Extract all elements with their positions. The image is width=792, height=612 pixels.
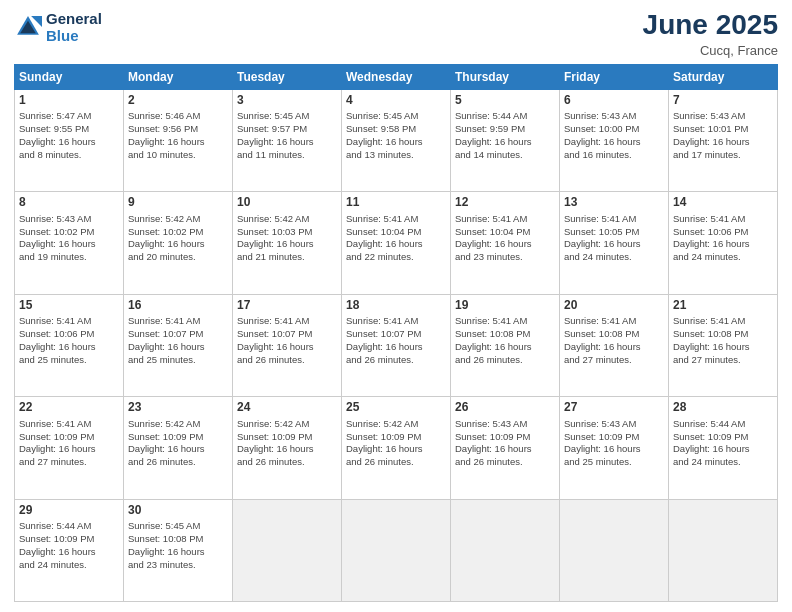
day-number: 20 [564, 298, 664, 314]
day-number: 17 [237, 298, 337, 314]
table-row: 4Sunrise: 5:45 AM Sunset: 9:58 PM Daylig… [342, 89, 451, 191]
day-number: 12 [455, 195, 555, 211]
day-info: Sunrise: 5:41 AM Sunset: 10:08 PM Daylig… [673, 315, 773, 366]
day-info: Sunrise: 5:41 AM Sunset: 10:06 PM Daylig… [673, 213, 773, 264]
day-info: Sunrise: 5:44 AM Sunset: 9:59 PM Dayligh… [455, 110, 555, 161]
day-number: 19 [455, 298, 555, 314]
day-number: 10 [237, 195, 337, 211]
table-row: 19Sunrise: 5:41 AM Sunset: 10:08 PM Dayl… [451, 294, 560, 396]
header: General Blue June 2025 Cucq, France [14, 10, 778, 58]
table-row: 24Sunrise: 5:42 AM Sunset: 10:09 PM Dayl… [233, 397, 342, 499]
day-number: 15 [19, 298, 119, 314]
day-info: Sunrise: 5:43 AM Sunset: 10:02 PM Daylig… [19, 213, 119, 264]
table-row [669, 499, 778, 601]
day-info: Sunrise: 5:46 AM Sunset: 9:56 PM Dayligh… [128, 110, 228, 161]
day-number: 26 [455, 400, 555, 416]
day-number: 28 [673, 400, 773, 416]
calendar-week-row: 29Sunrise: 5:44 AM Sunset: 10:09 PM Dayl… [15, 499, 778, 601]
table-row: 21Sunrise: 5:41 AM Sunset: 10:08 PM Dayl… [669, 294, 778, 396]
day-info: Sunrise: 5:45 AM Sunset: 10:08 PM Daylig… [128, 520, 228, 571]
day-info: Sunrise: 5:42 AM Sunset: 10:03 PM Daylig… [237, 213, 337, 264]
table-row [560, 499, 669, 601]
table-row: 22Sunrise: 5:41 AM Sunset: 10:09 PM Dayl… [15, 397, 124, 499]
day-number: 9 [128, 195, 228, 211]
day-info: Sunrise: 5:41 AM Sunset: 10:06 PM Daylig… [19, 315, 119, 366]
day-number: 7 [673, 93, 773, 109]
table-row: 30Sunrise: 5:45 AM Sunset: 10:08 PM Dayl… [124, 499, 233, 601]
table-row: 5Sunrise: 5:44 AM Sunset: 9:59 PM Daylig… [451, 89, 560, 191]
day-info: Sunrise: 5:43 AM Sunset: 10:01 PM Daylig… [673, 110, 773, 161]
day-number: 3 [237, 93, 337, 109]
title-area: June 2025 Cucq, France [643, 10, 778, 58]
calendar-header-row: Sunday Monday Tuesday Wednesday Thursday… [15, 64, 778, 89]
table-row: 16Sunrise: 5:41 AM Sunset: 10:07 PM Dayl… [124, 294, 233, 396]
day-info: Sunrise: 5:43 AM Sunset: 10:09 PM Daylig… [564, 418, 664, 469]
table-row [342, 499, 451, 601]
day-info: Sunrise: 5:41 AM Sunset: 10:07 PM Daylig… [128, 315, 228, 366]
day-number: 1 [19, 93, 119, 109]
day-number: 23 [128, 400, 228, 416]
location: Cucq, France [643, 43, 778, 58]
month-title: June 2025 [643, 10, 778, 41]
table-row: 23Sunrise: 5:42 AM Sunset: 10:09 PM Dayl… [124, 397, 233, 499]
day-info: Sunrise: 5:41 AM Sunset: 10:07 PM Daylig… [237, 315, 337, 366]
table-row: 25Sunrise: 5:42 AM Sunset: 10:09 PM Dayl… [342, 397, 451, 499]
col-tuesday: Tuesday [233, 64, 342, 89]
table-row: 3Sunrise: 5:45 AM Sunset: 9:57 PM Daylig… [233, 89, 342, 191]
day-info: Sunrise: 5:41 AM Sunset: 10:08 PM Daylig… [455, 315, 555, 366]
day-info: Sunrise: 5:44 AM Sunset: 10:09 PM Daylig… [19, 520, 119, 571]
day-info: Sunrise: 5:42 AM Sunset: 10:09 PM Daylig… [128, 418, 228, 469]
table-row: 28Sunrise: 5:44 AM Sunset: 10:09 PM Dayl… [669, 397, 778, 499]
day-number: 22 [19, 400, 119, 416]
day-info: Sunrise: 5:47 AM Sunset: 9:55 PM Dayligh… [19, 110, 119, 161]
table-row: 15Sunrise: 5:41 AM Sunset: 10:06 PM Dayl… [15, 294, 124, 396]
logo-icon [14, 13, 42, 41]
logo: General Blue [14, 10, 102, 44]
day-info: Sunrise: 5:41 AM Sunset: 10:08 PM Daylig… [564, 315, 664, 366]
day-number: 30 [128, 503, 228, 519]
day-number: 14 [673, 195, 773, 211]
calendar-week-row: 1Sunrise: 5:47 AM Sunset: 9:55 PM Daylig… [15, 89, 778, 191]
day-info: Sunrise: 5:42 AM Sunset: 10:09 PM Daylig… [237, 418, 337, 469]
day-info: Sunrise: 5:45 AM Sunset: 9:58 PM Dayligh… [346, 110, 446, 161]
day-number: 29 [19, 503, 119, 519]
day-info: Sunrise: 5:44 AM Sunset: 10:09 PM Daylig… [673, 418, 773, 469]
day-number: 6 [564, 93, 664, 109]
table-row: 14Sunrise: 5:41 AM Sunset: 10:06 PM Dayl… [669, 192, 778, 294]
col-saturday: Saturday [669, 64, 778, 89]
table-row [451, 499, 560, 601]
day-number: 2 [128, 93, 228, 109]
col-thursday: Thursday [451, 64, 560, 89]
calendar-week-row: 15Sunrise: 5:41 AM Sunset: 10:06 PM Dayl… [15, 294, 778, 396]
day-number: 11 [346, 195, 446, 211]
calendar-week-row: 22Sunrise: 5:41 AM Sunset: 10:09 PM Dayl… [15, 397, 778, 499]
table-row: 12Sunrise: 5:41 AM Sunset: 10:04 PM Dayl… [451, 192, 560, 294]
table-row: 10Sunrise: 5:42 AM Sunset: 10:03 PM Dayl… [233, 192, 342, 294]
day-info: Sunrise: 5:42 AM Sunset: 10:02 PM Daylig… [128, 213, 228, 264]
day-info: Sunrise: 5:41 AM Sunset: 10:09 PM Daylig… [19, 418, 119, 469]
day-number: 13 [564, 195, 664, 211]
table-row: 26Sunrise: 5:43 AM Sunset: 10:09 PM Dayl… [451, 397, 560, 499]
day-info: Sunrise: 5:41 AM Sunset: 10:04 PM Daylig… [455, 213, 555, 264]
table-row: 20Sunrise: 5:41 AM Sunset: 10:08 PM Dayl… [560, 294, 669, 396]
page: General Blue June 2025 Cucq, France Sund… [0, 0, 792, 612]
table-row: 6Sunrise: 5:43 AM Sunset: 10:00 PM Dayli… [560, 89, 669, 191]
day-number: 24 [237, 400, 337, 416]
day-number: 18 [346, 298, 446, 314]
day-number: 5 [455, 93, 555, 109]
day-number: 27 [564, 400, 664, 416]
col-monday: Monday [124, 64, 233, 89]
day-number: 21 [673, 298, 773, 314]
table-row: 13Sunrise: 5:41 AM Sunset: 10:05 PM Dayl… [560, 192, 669, 294]
table-row: 29Sunrise: 5:44 AM Sunset: 10:09 PM Dayl… [15, 499, 124, 601]
day-number: 4 [346, 93, 446, 109]
day-info: Sunrise: 5:41 AM Sunset: 10:04 PM Daylig… [346, 213, 446, 264]
table-row: 2Sunrise: 5:46 AM Sunset: 9:56 PM Daylig… [124, 89, 233, 191]
day-number: 8 [19, 195, 119, 211]
table-row: 27Sunrise: 5:43 AM Sunset: 10:09 PM Dayl… [560, 397, 669, 499]
day-info: Sunrise: 5:41 AM Sunset: 10:05 PM Daylig… [564, 213, 664, 264]
table-row: 9Sunrise: 5:42 AM Sunset: 10:02 PM Dayli… [124, 192, 233, 294]
day-info: Sunrise: 5:43 AM Sunset: 10:09 PM Daylig… [455, 418, 555, 469]
table-row: 11Sunrise: 5:41 AM Sunset: 10:04 PM Dayl… [342, 192, 451, 294]
col-wednesday: Wednesday [342, 64, 451, 89]
